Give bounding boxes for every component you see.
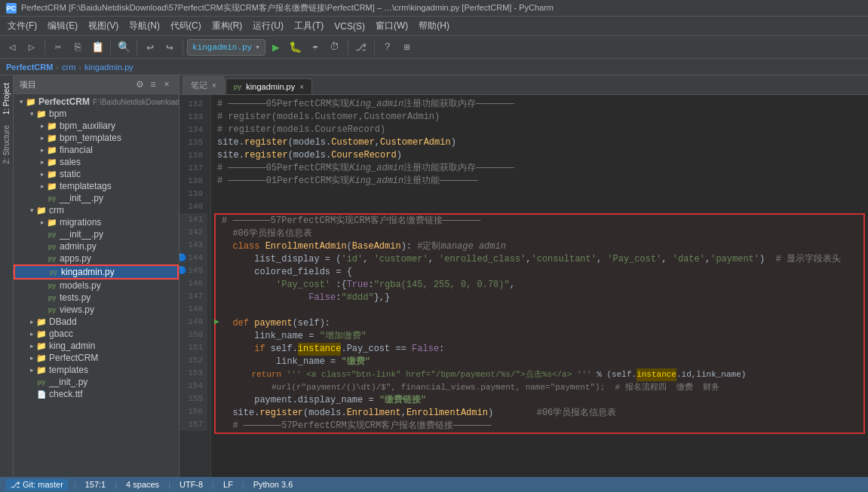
toolbar-back-btn[interactable]: ◁ [3, 38, 21, 57]
profile-btn[interactable]: ⏱ [326, 38, 344, 57]
toolbar-forward-btn[interactable]: ▷ [23, 38, 41, 57]
tree-item-apps[interactable]: ▸ py apps.py [14, 252, 179, 264]
menu-item-h[interactable]: 帮助(H) [414, 18, 454, 34]
tab-notes-close[interactable]: × [212, 81, 216, 90]
toolbar-redo-btn[interactable]: ↪ [161, 38, 179, 57]
code-content[interactable]: # ———————05PerfectCRM实现King_admin注册功能获取内… [211, 95, 868, 477]
tree-item-perfectcrm2[interactable]: ▸ 📁 PerfectCRM [14, 352, 179, 364]
linenum-157: 157 [179, 418, 207, 431]
tree-item-kingadmin[interactable]: ▸ py kingadmin.py [14, 264, 179, 280]
breadcrumb-crm[interactable]: crm [62, 63, 75, 72]
linenum-145: 🔵145 [179, 264, 207, 277]
tree-item-init-crm[interactable]: ▸ py __init__.py [14, 228, 179, 240]
menu-item-t[interactable]: 工具(T) [290, 18, 328, 34]
help-btn[interactable]: ? [379, 38, 397, 57]
tab-notes[interactable]: 笔记 × [182, 76, 225, 94]
line-numbers: 132 133 134 135 136 137 138 139 140 141 … [179, 95, 211, 477]
linenum-135: 135 [179, 136, 207, 149]
project-tree: ▾ 📁 PerfectCRM F:\BaiduNetdiskDownload\5… [14, 94, 179, 477]
menu-item-e[interactable]: 编辑(E) [43, 18, 82, 34]
tree-item-templates[interactable]: ▸ 📁 templates [14, 364, 179, 376]
status-line-col: 157:1 [82, 480, 109, 489]
bookmark-icon-2: 🔵 [179, 264, 186, 277]
menu-item-vcss[interactable]: VCS(S) [330, 20, 370, 33]
code-line-146: 'Pay_cost' :{True:"rgba(145, 255, 0, 0.7… [216, 279, 863, 292]
run-config-combo[interactable]: kingadmin.py ▾ [187, 39, 265, 56]
tree-item-views[interactable]: ▸ py views.py [14, 304, 179, 316]
project-label: 项目 [20, 79, 36, 90]
structure-tab[interactable]: 2: Structure [1, 121, 12, 169]
code-line-147: False:"#ddd"},} [216, 292, 863, 304]
tree-item-init-root[interactable]: ▸ py __init_.py [14, 376, 179, 388]
linenum-146: 146 [179, 277, 207, 290]
toolbar-search-btn[interactable]: 🔍 [115, 38, 133, 57]
tree-item-check[interactable]: ▸ 📄 check.ttf [14, 388, 179, 400]
tree-item-king_admin[interactable]: ▸ 📁 king_admin [14, 340, 179, 352]
title-bar: PC PerfectCRM [F:\BaiduNetdiskDownload\5… [0, 0, 868, 17]
run-btn[interactable]: ▶ [267, 38, 285, 57]
toolbar-paste-btn[interactable]: 📋 [88, 38, 106, 57]
tree-item-static[interactable]: ▸ 📁 static [14, 168, 179, 180]
tree-item-models[interactable]: ▸ py models.py [14, 280, 179, 292]
tree-item-sales[interactable]: ▸ 📁 sales [14, 156, 179, 168]
code-line-144: list_display = ('id', 'customer', 'enrol… [216, 253, 863, 266]
tree-item-gbacc[interactable]: ▸ 📁 gbacc [14, 328, 179, 340]
breadcrumb-file[interactable]: kingadmin.py [84, 63, 133, 72]
tree-item-tests[interactable]: ▸ py tests.py [14, 292, 179, 304]
linenum-150: 150 [179, 329, 207, 341]
panel-header-title: 项目 [20, 79, 36, 90]
code-line-150: link_name = "增加缴费" [216, 330, 863, 343]
tree-item-init-bpm[interactable]: ▸ py __init__.py [14, 192, 179, 204]
panel-gear-icon[interactable]: ⚙ [133, 78, 146, 90]
terminal-btn[interactable]: ⊞ [398, 38, 416, 57]
status-python[interactable]: Python 3.6 [250, 480, 296, 489]
title-text: PerfectCRM [F:\BaiduNetdiskDownload\57Pe… [21, 2, 554, 14]
tree-item-admin[interactable]: ▸ py admin.py [14, 240, 179, 252]
tree-item-bpm_templates[interactable]: ▸ 📁 bpm_templates [14, 132, 179, 144]
tree-item-crm[interactable]: ▾ 📁 crm [14, 204, 179, 216]
tree-item-financial[interactable]: ▸ 📁 financial [14, 144, 179, 156]
debug-btn[interactable]: 🐛 [287, 38, 305, 57]
tree-item-migrations[interactable]: ▸ 📁 migrations [14, 216, 179, 228]
menu-item-u[interactable]: 运行(U) [248, 18, 288, 34]
breadcrumb-home[interactable]: PerfectCRM [6, 63, 53, 72]
linenum-143: 143 [179, 239, 207, 252]
menu-item-v[interactable]: 视图(V) [84, 18, 123, 34]
menu-item-c[interactable]: 代码(C) [166, 18, 206, 34]
tab-kingadmin[interactable]: py kingadmin.py × [225, 78, 312, 94]
status-branch[interactable]: ⎇ Git: master [6, 479, 68, 490]
tree-item-perfectcrm[interactable]: ▾ 📁 PerfectCRM F:\BaiduNetdiskDownload\5… [14, 96, 179, 108]
code-line-156: site.register(models.Enrollment,Enrollme… [216, 407, 863, 420]
toolbar-cut-btn[interactable]: ✂ [49, 38, 67, 57]
project-tab[interactable]: 1: Project [1, 78, 12, 119]
menu-item-r[interactable]: 重构(R) [207, 18, 247, 34]
linenum-132: 132 [179, 98, 207, 111]
code-line-154: #url(r"payment/()\dt)/$", financial_view… [216, 381, 863, 394]
menu-item-n[interactable]: 导航(N) [124, 18, 164, 34]
tree-item-templatetags[interactable]: ▸ 📁 templatetags [14, 180, 179, 192]
panel-close-icon[interactable]: × [161, 78, 173, 90]
code-line-132: # ———————05PerfectCRM实现King_admin注册功能获取内… [211, 98, 868, 111]
code-editor: 132 133 134 135 136 137 138 139 140 141 … [179, 95, 868, 477]
menu-item-w[interactable]: 窗口(W) [371, 18, 413, 34]
editor-area: 笔记 × py kingadmin.py × 132 133 134 135 1… [179, 75, 868, 477]
linenum-140: 140 [179, 200, 207, 213]
tab-kingadmin-close[interactable]: × [299, 83, 304, 91]
coverage-btn[interactable]: ☂ [306, 38, 324, 57]
run-config-label: kingadmin.py [192, 43, 252, 52]
menu-bar: 文件(F)编辑(E)视图(V)导航(N)代码(C)重构(R)运行(U)工具(T)… [0, 17, 868, 36]
status-encoding: UTF-8 [176, 480, 206, 489]
tree-item-bpm_auxiliary[interactable]: ▸ 📁 bpm_auxiliary [14, 120, 179, 132]
menu-item-f[interactable]: 文件(F) [3, 18, 41, 34]
panel-filter-icon[interactable]: ≡ [147, 78, 159, 90]
tree-item-dbadd[interactable]: ▸ 📁 DBadd [14, 316, 179, 328]
vcs-btn[interactable]: ⎇ [352, 38, 370, 57]
toolbar-undo-btn[interactable]: ↩ [141, 38, 159, 57]
status-line-ending: LF [220, 480, 236, 489]
status-indent: 4 spaces [123, 480, 162, 489]
green-arrow-icon: ➤ [213, 317, 220, 330]
tree-item-bpm[interactable]: ▾ 📁 bpm [14, 108, 179, 120]
breadcrumb: PerfectCRM › crm › kingadmin.py [0, 59, 868, 75]
linenum-138: 138 [179, 175, 207, 188]
toolbar-copy-btn[interactable]: ⎘ [69, 38, 87, 57]
